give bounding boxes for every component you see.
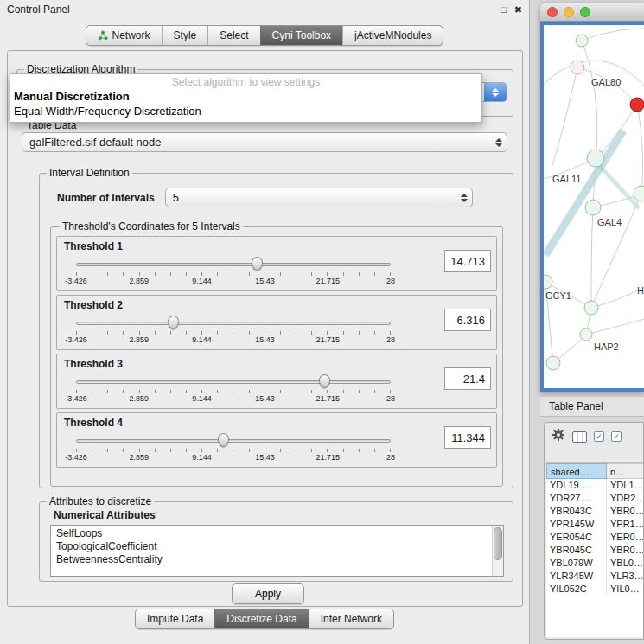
network-node[interactable]: [585, 200, 601, 215]
cell[interactable]: YDL1…: [607, 479, 643, 492]
threshold-value-field[interactable]: 6.316: [444, 309, 491, 331]
threshold-slider[interactable]: -3.426 2.859 9.144 15.43 21.715 28: [76, 373, 391, 406]
threshold-value-field[interactable]: 14.713: [444, 250, 491, 272]
tab-network[interactable]: Network: [86, 26, 162, 45]
tab-discretize-data[interactable]: Discretize Data: [214, 609, 308, 628]
tab-style[interactable]: Style: [162, 26, 208, 45]
cell[interactable]: YBR0…: [607, 544, 643, 557]
cell[interactable]: YDL19…: [546, 479, 607, 492]
numerical-attributes-list[interactable]: SelfLoops TopologicalCoefficient Between…: [50, 525, 504, 577]
popup-hint: Select algorithm to view settings: [10, 74, 481, 89]
network-node[interactable]: [544, 275, 552, 289]
table-header-row: shared… n…: [546, 463, 643, 479]
cell[interactable]: YBR0…: [607, 505, 643, 518]
table-row[interactable]: YBR043CYBR0…: [546, 505, 643, 518]
slider-track[interactable]: [76, 380, 391, 384]
tick-label: 21.715: [316, 277, 340, 285]
network-node[interactable]: [576, 35, 588, 47]
table-row[interactable]: YDR27…YDR2…: [546, 492, 643, 505]
table-data-combobox-value: galFiltered.sif default node: [22, 136, 491, 149]
node-attribute-table[interactable]: shared… n… YDL19…YDL1… YDR27…YDR2… YBR04…: [546, 462, 643, 637]
popup-option-manual-discretization[interactable]: Manual Discretization: [10, 89, 481, 104]
scrollbar-thumb[interactable]: [494, 527, 502, 560]
network-node[interactable]: [584, 301, 598, 315]
apply-button[interactable]: Apply: [232, 583, 304, 604]
cell[interactable]: YPR1…: [607, 518, 643, 531]
slider-thumb[interactable]: [218, 433, 229, 447]
cell[interactable]: YER054C: [546, 531, 607, 544]
threshold-slider[interactable]: -3.426 2.859 9.144 15.43 21.715 28: [76, 315, 391, 348]
list-item[interactable]: SelfLoops: [56, 527, 491, 540]
network-node-selected[interactable]: [630, 98, 644, 112]
cell[interactable]: YBR043C: [546, 505, 607, 518]
algorithm-dropdown-popup: Select algorithm to view settings Manual…: [10, 73, 482, 123]
table-data-combobox[interactable]: galFiltered.sif default node: [22, 132, 507, 152]
list-scrollbar[interactable]: [492, 526, 503, 576]
zoom-window-button[interactable]: [580, 7, 590, 17]
threshold-slider[interactable]: -3.426 2.859 9.144 15.43 21.715 28: [76, 256, 391, 289]
columns-icon[interactable]: [572, 431, 587, 443]
network-node[interactable]: [546, 356, 560, 370]
combobox-arrows-icon: [456, 188, 472, 207]
tab-label: Select: [220, 29, 248, 41]
slider-thumb[interactable]: [319, 374, 330, 388]
table-row[interactable]: YBR045CYBR0…: [546, 544, 643, 557]
column-header-shared-name[interactable]: shared…: [546, 463, 607, 479]
cell[interactable]: YDR27…: [546, 492, 607, 505]
cell[interactable]: YER0…: [607, 531, 643, 544]
network-window-titlebar[interactable]: [540, 3, 644, 22]
network-node[interactable]: [580, 328, 592, 341]
cell[interactable]: YIL0…: [607, 583, 643, 596]
slider-track[interactable]: [76, 439, 391, 443]
cell[interactable]: YBL0…: [607, 557, 643, 570]
select-none-checkbox-icon[interactable]: ✓: [611, 431, 622, 442]
table-row[interactable]: YBL079WYBL0…: [546, 557, 643, 570]
slider-tick-labels: -3.426 2.859 9.144 15.43 21.715 28: [76, 453, 391, 462]
close-window-button[interactable]: [547, 7, 558, 17]
select-all-checkbox-icon[interactable]: ✓: [594, 431, 604, 442]
slider-thumb[interactable]: [168, 316, 179, 329]
column-header-name[interactable]: n…: [607, 463, 643, 479]
tab-select[interactable]: Select: [207, 26, 259, 45]
cell[interactable]: YDR2…: [607, 492, 643, 505]
table-row[interactable]: YDL19…YDL1…: [546, 479, 643, 492]
table-row[interactable]: YER054CYER0…: [546, 531, 643, 544]
slider-track[interactable]: [76, 263, 391, 266]
cell[interactable]: YIL052C: [546, 583, 607, 596]
list-item[interactable]: BetweennessCentrality: [56, 553, 491, 566]
close-panel-icon[interactable]: ✖: [514, 3, 522, 16]
tick-label: 15.43: [255, 453, 275, 462]
network-node[interactable]: [587, 150, 604, 167]
tick-label: -3.426: [65, 453, 87, 462]
threshold-value-field[interactable]: 11.344: [444, 426, 491, 449]
network-canvas[interactable]: GAL80 GAL11 GAL4 GCY1 HAP2 H: [544, 25, 644, 388]
cell[interactable]: YBR045C: [546, 544, 607, 557]
threshold-value-field[interactable]: 21.4: [444, 367, 491, 390]
slider-thumb[interactable]: [252, 257, 263, 271]
table-row[interactable]: YPR145WYPR1…: [546, 518, 643, 531]
table-row[interactable]: YLR345WYLR3…: [546, 570, 643, 583]
tick-label: 21.715: [316, 394, 340, 403]
tab-cyni-toolbox[interactable]: Cyni Toolbox: [260, 26, 342, 45]
list-item[interactable]: TopologicalCoefficient: [56, 540, 491, 553]
network-node[interactable]: [571, 61, 584, 74]
popup-option-equal-width-frequency[interactable]: Equal Width/Frequency Discretization: [10, 104, 481, 118]
tab-label: Style: [174, 29, 197, 41]
cell[interactable]: YLR345W: [546, 570, 607, 583]
gear-icon[interactable]: [552, 428, 565, 445]
tab-jactivemnodules[interactable]: jActiveMNodules: [342, 26, 443, 45]
threshold-slider[interactable]: -3.426 2.859 9.144 15.43 21.715 28: [76, 432, 391, 465]
cell[interactable]: YPR145W: [546, 518, 607, 531]
tab-infer-network[interactable]: Infer Network: [309, 609, 393, 628]
minimize-window-button[interactable]: [564, 7, 574, 17]
cell[interactable]: YLR3…: [607, 570, 643, 583]
threshold-1-panel: Threshold 1 14.713 -3.426 2.859 9.144 15…: [56, 236, 497, 291]
tab-impute-data[interactable]: Impute Data: [136, 609, 214, 628]
slider-track[interactable]: [76, 322, 391, 325]
combobox-arrows-icon: [484, 83, 507, 101]
table-row[interactable]: YIL052CYIL0…: [546, 583, 643, 596]
number-of-intervals-combobox[interactable]: 5: [165, 188, 473, 207]
float-panel-icon[interactable]: □: [501, 3, 507, 16]
cell[interactable]: YBL079W: [546, 557, 607, 570]
network-node[interactable]: [634, 186, 644, 201]
